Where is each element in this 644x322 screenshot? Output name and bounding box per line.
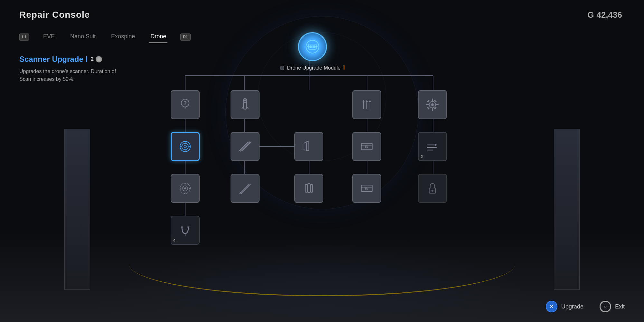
svg-point-38: [184, 187, 186, 189]
svg-rect-82: [436, 104, 439, 105]
exit-btn-icon: ○: [600, 301, 611, 312]
pillar-left: [64, 129, 90, 290]
gear-node-icon: [424, 97, 440, 113]
header: Repair Console G42,436: [19, 10, 625, 20]
svg-rect-80: [432, 108, 433, 111]
currency-display: G42,436: [587, 10, 625, 20]
lock-node-icon: [424, 180, 440, 196]
svg-marker-68: [363, 100, 365, 102]
currency-label: G: [587, 10, 594, 20]
node-c4-r3[interactable]: i8: [352, 174, 381, 203]
tab-nano-suit[interactable]: Nano Suit: [69, 31, 97, 43]
exit-label: Exit: [615, 303, 625, 310]
upgrade-label: Upgrade: [561, 303, 583, 310]
svg-rect-81: [426, 104, 429, 105]
svg-marker-69: [366, 100, 368, 102]
svg-marker-90: [435, 144, 437, 146]
ammo2-icon: [301, 138, 317, 155]
drone-icon-svg: [304, 38, 321, 55]
ammo3-icon: [301, 180, 317, 196]
node-c1-r1-icon: ?: [177, 97, 193, 113]
svg-point-28: [185, 107, 186, 109]
svg-rect-79: [432, 99, 433, 101]
rocket-icon: [237, 97, 253, 113]
svg-point-31: [184, 145, 186, 148]
root-icon: [298, 32, 327, 61]
cost-value: 2: [91, 56, 94, 62]
node-c1-r4[interactable]: 4: [171, 216, 200, 245]
node-c1-r1[interactable]: ?: [171, 90, 200, 119]
triple-rocket-icon: [359, 97, 375, 113]
selected-node-description: Upgrades the drone's scanner. Duration o…: [19, 68, 142, 83]
svg-rect-23: [311, 45, 314, 48]
magnet-icon: [177, 222, 193, 238]
selected-title-text: Scanner Upgrade I: [19, 55, 88, 64]
node-c2-r3[interactable]: [231, 174, 260, 203]
node-c1-r4-badge: 4: [173, 238, 175, 243]
svg-marker-70: [369, 100, 371, 102]
multi-rocket-icon: [237, 138, 253, 155]
svg-rect-62: [308, 184, 310, 193]
svg-rect-64: [310, 185, 313, 192]
svg-text:i8: i8: [365, 186, 369, 191]
node-c5-r2-badge: 2: [421, 154, 423, 159]
node-c1-r3[interactable]: [171, 174, 200, 203]
node-c2-r2[interactable]: [231, 132, 260, 161]
node-c5-r2[interactable]: 2: [418, 132, 447, 161]
node-c3-r2[interactable]: [294, 132, 323, 161]
selected-node-cost: 2: [91, 56, 102, 62]
root-label-text: Drone Upgrade Module: [287, 65, 340, 71]
tab-exospine[interactable]: Exospine: [110, 31, 136, 43]
node-c1-r2-selected[interactable]: [171, 132, 200, 161]
speed-icon: [424, 138, 440, 155]
svg-point-92: [431, 190, 433, 192]
svg-text:i5: i5: [365, 144, 369, 149]
page-title: Repair Console: [19, 10, 90, 20]
node-c5-r3-locked: [418, 174, 447, 203]
upgrade-button[interactable]: ✕ Upgrade: [546, 301, 583, 312]
upgrade-btn-icon: ✕: [546, 301, 557, 312]
svg-rect-84: [427, 107, 430, 109]
currency-value: 42,436: [596, 10, 622, 20]
node-c4-r1[interactable]: [352, 90, 381, 119]
upgrade-tree-area: Drone Upgrade Module I ?: [135, 26, 489, 245]
scanner2-icon: [177, 180, 193, 196]
root-indicator: I: [343, 64, 345, 71]
selected-node-title: Scanner Upgrade I 2: [19, 55, 142, 64]
nav-left-button[interactable]: L1: [19, 33, 29, 41]
svg-text:?: ?: [184, 100, 187, 106]
node-c3-r3[interactable]: [294, 174, 323, 203]
scanner-icon: [177, 138, 193, 155]
gem-icon: [96, 56, 102, 62]
svg-line-57: [241, 184, 251, 194]
i8-icon: i8: [359, 180, 375, 196]
svg-point-30: [182, 143, 188, 150]
info-panel: Scanner Upgrade I 2 Upgrades the drone's…: [19, 55, 142, 83]
root-label: Drone Upgrade Module I: [280, 64, 345, 71]
pillar-right: [554, 129, 580, 290]
svg-rect-83: [427, 100, 430, 102]
i5-icon: i5: [359, 138, 375, 155]
svg-line-49: [240, 142, 250, 151]
svg-line-55: [240, 184, 249, 194]
root-node[interactable]: Drone Upgrade Module I: [280, 32, 345, 71]
svg-point-78: [431, 103, 434, 106]
exit-button[interactable]: ○ Exit: [600, 301, 625, 312]
node-c2-r1[interactable]: [231, 90, 260, 119]
missile-icon: [237, 180, 253, 196]
node-c4-r2[interactable]: i5: [352, 132, 381, 161]
svg-rect-63: [305, 185, 308, 192]
tab-eve[interactable]: EVE: [42, 31, 56, 43]
bottom-bar: ✕ Upgrade ○ Exit: [546, 301, 625, 312]
node-c5-r1[interactable]: [418, 90, 447, 119]
